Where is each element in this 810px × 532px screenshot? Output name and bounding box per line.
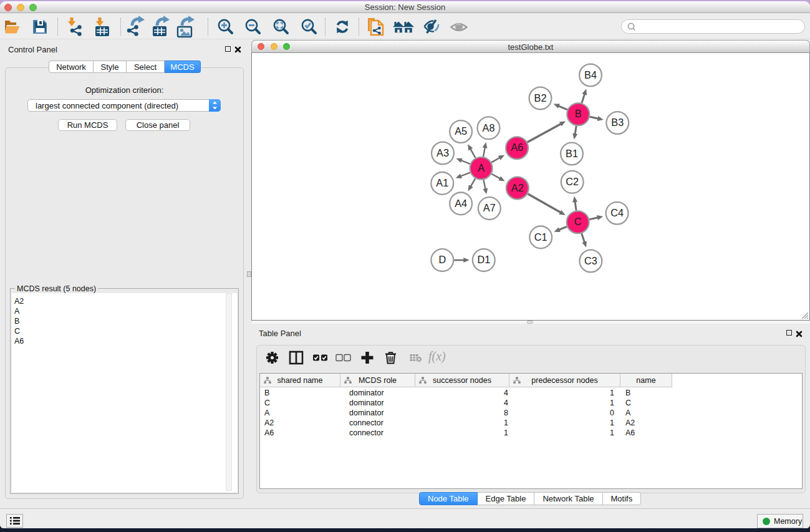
svg-text:A4: A4 [455,198,467,209]
svg-text:C4: C4 [610,207,624,218]
svg-text:C: C [574,216,582,227]
svg-text:A: A [478,162,485,173]
svg-text:D1: D1 [477,254,490,265]
svg-text:A3: A3 [436,147,449,158]
svg-text:B1: B1 [566,148,578,159]
svg-text:A8: A8 [483,122,495,133]
svg-text:B: B [575,108,582,119]
svg-text:B4: B4 [584,69,597,80]
svg-text:A5: A5 [455,125,467,137]
svg-text:D: D [438,254,446,265]
svg-text:C3: C3 [584,255,597,266]
svg-text:A7: A7 [483,202,496,213]
svg-text:A6: A6 [511,142,523,153]
svg-text:B3: B3 [611,117,624,128]
svg-text:B2: B2 [534,92,547,104]
svg-text:C2: C2 [566,176,579,187]
svg-text:A2: A2 [511,182,524,193]
svg-text:C1: C1 [534,231,547,243]
svg-text:A1: A1 [436,177,448,188]
